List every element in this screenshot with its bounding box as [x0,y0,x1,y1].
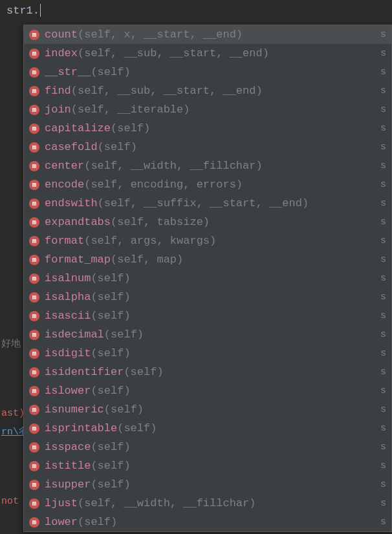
method-params: (self) [91,478,130,491]
method-params: (self) [91,441,130,453]
bg-frag-1: 好地 [0,335,23,354]
completion-item[interactable]: mexpandtabs(self, tabsize)s [24,213,391,231]
completion-item[interactable]: mislower(self)s [24,381,391,400]
origin-label: s [380,198,386,209]
method-params: (self, __sub, __start, __end) [78,47,269,59]
completion-item[interactable]: mindex(self, __sub, __start, __end)s [24,44,391,63]
origin-label: s [380,498,386,509]
completion-item[interactable]: misascii(self)s [24,306,391,325]
method-name: isidentifier [45,366,124,378]
completion-item[interactable]: mendswith(self, __suffix, __start, __end… [24,194,391,213]
method-icon: m [29,161,39,171]
method-name: ljust [45,497,78,509]
origin-label: s [380,104,386,115]
method-params: (self) [104,403,144,416]
method-name: isdigit [45,347,91,359]
completion-item[interactable]: misidentifier(self)s [24,363,391,381]
completion-item[interactable]: misspace(self)s [24,438,391,456]
origin-label: s [380,479,386,490]
method-params: (self, encoding, errors) [84,178,243,191]
completion-item[interactable]: mfind(self, __sub, __start, __end)s [24,81,391,100]
completion-item[interactable]: mcasefold(self)s [24,138,391,156]
completion-item[interactable]: misupper(self)s [24,475,391,494]
method-name: isascii [45,310,91,322]
completion-item[interactable]: misalnum(self)s [24,269,391,288]
completion-item[interactable]: misalpha(self)s [24,288,391,306]
origin-label: s [380,67,386,78]
completion-item[interactable]: misdigit(self)s [24,344,391,363]
origin-label: s [380,460,386,471]
completion-item[interactable]: misnumeric(self)s [24,400,391,419]
text-caret [40,4,41,17]
origin-label: s [380,217,386,228]
method-params: (self) [78,516,117,528]
method-params: (self) [91,385,130,397]
method-icon: m [29,423,39,434]
origin-label: s [380,235,386,246]
origin-label: s [380,254,386,265]
completion-item[interactable]: mcapitalize(self)s [24,119,391,138]
method-icon: m [29,236,39,246]
method-icon: m [29,142,39,153]
method-icon: m [29,30,39,40]
completion-item[interactable]: mjoin(self, __iterable)s [24,100,391,119]
method-name: isdecimal [45,328,104,341]
method-params: (self) [91,291,130,303]
editor-line[interactable]: str1. [0,0,392,21]
method-name: isnumeric [45,403,104,416]
method-icon: m [29,255,39,265]
origin-label: s [380,85,386,96]
origin-label: s [380,423,386,434]
completion-item[interactable]: mcenter(self, __width, __fillchar)s [24,156,391,175]
method-icon: m [29,180,39,190]
completion-item[interactable]: mcount(self, x, __start, __end)s [24,25,391,44]
method-name: isalnum [45,272,91,284]
method-name: isspace [45,441,91,453]
origin-label: s [380,160,386,171]
method-name: lower [45,516,78,528]
completion-item[interactable]: mljust(self, __width, __fillchar)s [24,494,391,513]
method-icon: m [29,292,39,303]
method-icon: m [29,48,39,59]
completion-item[interactable]: misprintable(self)s [24,419,391,438]
method-params: (self, args, kwargs) [84,235,216,247]
completion-item[interactable]: mformat(self, args, kwargs)s [24,231,391,250]
origin-label: s [380,329,386,340]
method-name: center [45,160,84,172]
completion-item[interactable]: mencode(self, encoding, errors)s [24,175,391,194]
method-icon: m [29,311,39,321]
completion-item[interactable]: mlower(self)s [24,513,391,531]
method-params: (self, x, __start, __end) [78,28,243,41]
completion-item[interactable]: m__str__(self)s [24,63,391,81]
completion-item[interactable]: mistitle(self)s [24,456,391,475]
method-params: (self, __iterable) [71,103,190,116]
method-params: (self, __width, __fillchar) [78,497,256,509]
method-name: format_map [45,253,111,266]
method-params: (self, __suffix, __start, __end) [98,197,309,209]
method-name: find [45,85,71,97]
method-name: isupper [45,478,91,491]
origin-label: s [380,404,386,415]
origin-label: s [380,123,386,134]
method-icon: m [29,105,39,115]
method-params: (self, __sub, __start, __end) [71,85,263,97]
origin-label: s [380,142,386,153]
method-params: (self) [104,328,144,341]
completion-item[interactable]: misdecimal(self)s [24,325,391,344]
origin-label: s [380,367,386,378]
method-icon: m [29,498,39,509]
method-icon: m [29,480,39,490]
method-params: (self, tabsize) [111,216,210,228]
method-icon: m [29,461,39,471]
completion-item[interactable]: mformat_map(self, map)s [24,250,391,269]
method-icon: m [29,67,39,78]
method-icon: m [29,442,39,453]
origin-label: s [380,385,386,396]
origin-label: s [380,348,386,359]
method-params: (self) [91,272,130,284]
method-params: (self) [98,141,137,153]
autocomplete-popup[interactable]: mcount(self, x, __start, __end)smindex(s… [23,25,392,532]
method-params: (self, __width, __fillchar) [84,160,262,172]
bg-frag-2: ast) [0,404,23,423]
method-icon: m [29,86,39,96]
